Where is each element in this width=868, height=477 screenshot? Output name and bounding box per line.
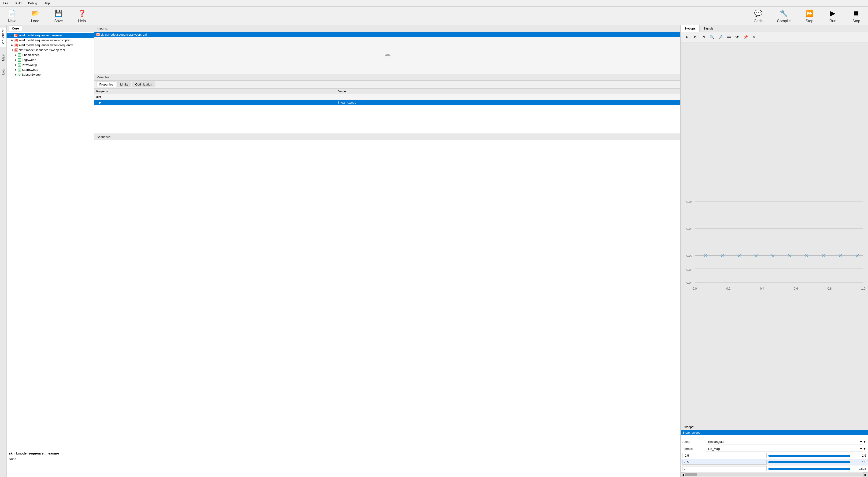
scroll-bar[interactable] [685,473,863,476]
property-row-dict[interactable]: dict [94,94,680,100]
expand-sweep-complex: ▶ [11,39,13,41]
zoom-out-icon[interactable]: 🔎 [717,34,724,40]
right-panel: Sweeps Signals ⬇ ↺ ↻ 🔍 🔎 ➖ 👁 📌 ✕ [681,25,868,477]
download-icon[interactable]: ⬇ [683,34,690,40]
stop-label: Stop [852,19,860,23]
menu-file[interactable]: File [2,1,9,5]
right-tab-sweeps[interactable]: Sweeps [681,25,700,32]
axes-select[interactable]: Rectangular [706,439,863,444]
help-button[interactable]: ❓ Help [75,7,89,25]
svg-text:0.0: 0.0 [692,287,697,290]
code-label: Code [754,19,763,23]
variables-section: Variables: Properties Limits Optimizatio… [94,74,680,134]
tree-label-sweep-frequency: sknrf.model.sequencer.sweep.frequency [18,43,73,47]
expand-pow-sweep: ▶ [15,63,17,66]
property-row-linear-sweep[interactable]: ▶ linear_sweep [94,100,680,106]
start-input[interactable] [682,453,767,458]
core-tab[interactable]: Core [9,26,22,31]
svg-text:1.0: 1.0 [861,287,865,290]
imports-section: Imports: M sknrf.model.sequencer.sweep.r… [94,25,680,74]
stop-icon: ⏹ [851,9,861,18]
expand-span-sweep: ▶ [15,68,17,71]
stop-input[interactable] [682,460,767,465]
sweeps-header: Sweeps: [681,424,868,430]
eye-icon[interactable]: 👁 [734,34,741,40]
step-input[interactable] [682,466,767,471]
badge-sweep-real: M [14,49,18,52]
run-button[interactable]: ▶ Run [826,7,840,25]
sweeps-config: Axes: Rectangular ▼ Format: Lin_Mag ▼ [681,438,868,472]
import-item-sweep-real[interactable]: M sknrf.model.sequencer.sweep.real [94,32,680,37]
menu-debug[interactable]: Debug [27,1,38,5]
badge-measure: M [14,34,18,37]
scroll-left[interactable]: ◀ [681,472,685,477]
module-name: sknrf.model.sequencer.measure [9,451,92,455]
prop-cell-dict: dict [94,94,336,100]
config-row-axes: Axes: Rectangular ▼ [681,438,868,445]
start-slider[interactable] [769,455,850,457]
step-slider[interactable] [769,468,850,470]
badge-span-sweep: C [18,68,21,71]
left-panel-header: Core [6,25,94,32]
stop-slider[interactable] [769,461,850,463]
step-value: 0.503 [852,467,866,471]
config-row-format: Format: Lin_Mag ▼ [681,445,868,452]
format-select[interactable]: Lin_Mag [706,446,863,451]
load-button[interactable]: 📂 Load [28,7,42,25]
scroll-thumb[interactable] [685,473,697,476]
step-button[interactable]: ⏩ Step [802,7,816,25]
tree-item-measure[interactable]: ▶ M sknrf.model.sequencer.measure [6,33,94,38]
tree-item-subset-sweep[interactable]: ▶ C SubsetSweep [6,72,94,77]
tree-item-sweep-real[interactable]: ▼ M sknrf.model.sequencer.sweep.real [6,48,94,53]
redo-icon[interactable]: ↻ [700,34,707,40]
new-button[interactable]: 📄 New [5,7,19,25]
tree-item-sweep-frequency[interactable]: ▶ M sknrf.model.sequencer.sweep.frequenc… [6,42,94,48]
new-label: New [8,19,16,23]
var-tab-optimization[interactable]: Optimization [132,82,155,87]
menu-help[interactable]: Help [42,1,51,5]
sequence-content [94,140,680,477]
close-icon[interactable]: ✕ [751,34,757,40]
svg-text:0.4: 0.4 [760,287,764,290]
value-cell-ls: linear_sweep [336,100,680,106]
tree-item-linear-sweep[interactable]: ▶ C LinearSweep [6,53,94,57]
zoom-in-icon[interactable]: 🔍 [709,34,715,40]
code-icon: 💬 [753,9,763,18]
badge-pow-sweep: C [18,63,21,66]
zoom-reset-icon[interactable]: ➖ [725,34,732,40]
compile-label: Compile [777,19,791,23]
scroll-right[interactable]: ▶ [863,472,868,477]
var-tab-limits[interactable]: Limits [117,82,131,87]
tree-item-pow-sweep[interactable]: ▶ C PowSweep [6,62,94,67]
tree-label-subset-sweep: SubsetSweep [22,73,40,77]
config-row-start: 1.5 [681,452,868,459]
expand-subset-sweep: ▶ [15,73,17,76]
tree-item-span-sweep[interactable]: ▶ C SpanSweep [6,67,94,72]
side-tab-main[interactable]: Main [0,52,6,63]
properties-table: Property Value dict ▶ linear_sweep [94,89,680,106]
prop-col-header: Property [94,89,336,94]
left-panel: Core ▶ M sknrf.model.sequencer.measure ▶… [6,25,94,477]
side-tab-log[interactable]: Log [0,67,6,77]
center-panel: Imports: M sknrf.model.sequencer.sweep.r… [94,25,681,477]
side-tab-sequencer[interactable]: Sequencer [0,28,6,47]
undo-icon[interactable]: ↺ [692,34,699,40]
import-label: sknrf.model.sequencer.sweep.real [100,33,147,36]
tree-item-log-sweep[interactable]: ▶ C LogSweep [6,57,94,62]
tree-item-sweep-complex[interactable]: ▶ M sknrf.model.sequencer.sweep.complex [6,38,94,42]
prop-cell-ls: ▶ [94,100,336,106]
code-button[interactable]: 💬 Code [751,7,765,25]
stop-button[interactable]: ⏹ Stop [849,7,863,25]
sweeps-scroll: ◀ ▶ [681,472,868,477]
compile-button[interactable]: 🔧 Compile [775,7,793,25]
expand-sweep-real: ▼ [11,49,13,51]
imports-header: Imports: [94,25,680,32]
right-tab-signals[interactable]: Signals [700,25,717,32]
save-button[interactable]: 💾 Save [52,7,66,25]
right-tabs: Sweeps Signals [681,25,868,32]
compile-icon: 🔧 [779,9,788,18]
sweep-item-linear[interactable]: linear_sweep [681,430,868,435]
menu-build[interactable]: Build [13,1,23,5]
var-tab-properties[interactable]: Properties [96,82,116,87]
pin-icon[interactable]: 📌 [742,34,749,40]
